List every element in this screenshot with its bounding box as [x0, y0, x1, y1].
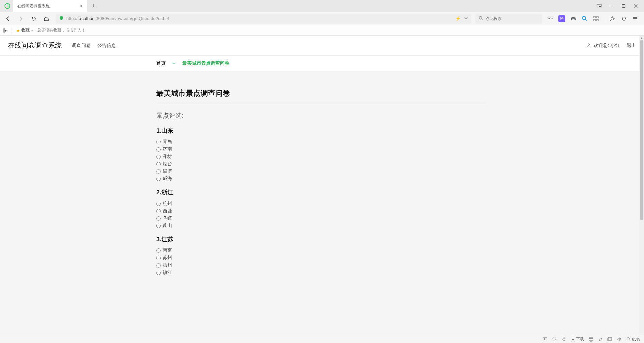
- refresh-button[interactable]: [28, 13, 39, 24]
- radio-input[interactable]: [156, 169, 161, 174]
- svg-rect-11: [594, 16, 595, 18]
- radio-input[interactable]: [156, 256, 161, 260]
- url-box[interactable]: http://localhost:8080/survey/com/getQues…: [56, 14, 471, 24]
- scissors-icon[interactable]: ✂: [547, 15, 554, 22]
- bookmark-hint[interactable]: 您还没有收藏，点击导入！: [37, 27, 86, 33]
- radio-input[interactable]: [156, 177, 161, 181]
- option-label: 苏州: [163, 255, 172, 261]
- menu-icon[interactable]: [632, 15, 639, 22]
- svg-point-9: [582, 16, 586, 20]
- scroll-thumb[interactable]: [640, 40, 643, 220]
- home-button[interactable]: [41, 13, 52, 24]
- option[interactable]: 西塘: [156, 207, 488, 215]
- gamepad-icon[interactable]: 🎮: [570, 15, 577, 22]
- radio-input[interactable]: [156, 271, 161, 275]
- option[interactable]: 威海: [156, 175, 488, 182]
- option-label: 烟台: [163, 161, 172, 167]
- option[interactable]: 苏州: [156, 254, 488, 262]
- content-area: 最美城市景点调查问卷 景点评选: 1.山东青岛济南潍坊烟台淄博威海2.浙江杭州西…: [0, 71, 644, 335]
- option-label: 南京: [163, 247, 172, 253]
- option-label: 扬州: [163, 262, 172, 268]
- close-window-icon[interactable]: [633, 3, 639, 9]
- maximize-icon[interactable]: [621, 3, 627, 9]
- option[interactable]: 烟台: [156, 160, 488, 168]
- nav-links: 调查问卷 公告信息: [72, 43, 116, 49]
- address-bar: http://localhost:8080/survey/com/getQues…: [0, 12, 644, 25]
- question-title: 1.山东: [156, 127, 488, 135]
- svg-rect-12: [597, 16, 598, 18]
- search-input[interactable]: [486, 16, 539, 21]
- radio-input[interactable]: [156, 263, 161, 268]
- magnifier-icon[interactable]: [581, 15, 588, 22]
- radio-input[interactable]: [156, 162, 161, 166]
- option[interactable]: 镇江: [156, 269, 488, 276]
- option-label: 济南: [163, 146, 172, 152]
- radio-input[interactable]: [156, 202, 161, 206]
- url-path: :8080/survey/com/getQues.do?uid=4: [96, 16, 169, 21]
- svg-rect-13: [594, 19, 595, 21]
- option-label: 青岛: [163, 139, 172, 145]
- scroll-up-icon[interactable]: ▲: [639, 36, 644, 40]
- search-box[interactable]: [475, 14, 542, 24]
- translate-icon[interactable]: 译: [558, 15, 565, 22]
- nav-forward-button[interactable]: [15, 13, 26, 24]
- user-icon: [586, 43, 592, 48]
- option[interactable]: 济南: [156, 146, 488, 153]
- theme-icon[interactable]: [609, 15, 616, 22]
- radio-input[interactable]: [156, 248, 161, 253]
- option-label: 乌镇: [163, 215, 172, 221]
- breadcrumb-home[interactable]: 首页: [156, 60, 166, 66]
- option[interactable]: 乌镇: [156, 215, 488, 222]
- welcome-text: 欢迎您: 小红: [586, 43, 620, 49]
- option[interactable]: 杭州: [156, 200, 488, 207]
- url-text: http://localhost:8080/survey/com/getQues…: [66, 16, 452, 21]
- sidebar-toggle-icon[interactable]: [3, 28, 7, 33]
- site-header: 在线问卷调查系统 调查问卷 公告信息 欢迎您: 小红 退出: [0, 36, 644, 56]
- svg-point-28: [588, 44, 590, 45]
- new-tab-button[interactable]: +: [87, 0, 99, 12]
- radio-input[interactable]: [156, 140, 161, 144]
- option[interactable]: 淄博: [156, 168, 488, 175]
- breadcrumb: 首页 → 最美城市景点调查问卷: [156, 60, 488, 66]
- window-controls: [596, 3, 643, 9]
- option[interactable]: 萧山: [156, 222, 488, 229]
- radio-input[interactable]: [156, 155, 161, 159]
- option-label: 杭州: [163, 201, 172, 207]
- nav-link-notice[interactable]: 公告信息: [97, 43, 116, 49]
- undo-icon[interactable]: [621, 15, 627, 22]
- question: 2.浙江杭州西塘乌镇萧山: [156, 188, 488, 229]
- option[interactable]: 扬州: [156, 262, 488, 269]
- svg-line-21: [614, 20, 615, 21]
- minimize-icon[interactable]: [608, 3, 614, 9]
- option-label: 西塘: [163, 208, 172, 214]
- nav-back-button[interactable]: [3, 13, 13, 24]
- breadcrumb-current: 最美城市景点调查问卷: [182, 60, 229, 66]
- nav-link-survey[interactable]: 调查问卷: [72, 43, 91, 49]
- url-host: localhost: [78, 16, 96, 21]
- radio-input[interactable]: [156, 209, 161, 213]
- url-scheme: http://: [66, 16, 78, 21]
- survey: 最美城市景点调查问卷 景点评选: 1.山东青岛济南潍坊烟台淄博威海2.浙江杭州西…: [156, 88, 488, 276]
- user-area: 欢迎您: 小红 退出: [586, 43, 636, 49]
- browser-tab[interactable]: 在线问卷调查系统 ×: [13, 0, 87, 12]
- radio-input[interactable]: [156, 147, 161, 152]
- pip-icon[interactable]: [596, 3, 602, 9]
- radio-input[interactable]: [156, 216, 161, 221]
- option-label: 淄博: [163, 168, 172, 174]
- apps-icon[interactable]: [593, 15, 599, 22]
- flash-icon[interactable]: ⚡: [455, 16, 461, 21]
- option[interactable]: 青岛: [156, 138, 488, 146]
- close-tab-icon[interactable]: ×: [78, 4, 83, 8]
- logout-button[interactable]: 退出: [627, 43, 636, 49]
- chevron-down-icon[interactable]: [464, 16, 468, 21]
- question-title: 2.浙江: [156, 188, 488, 196]
- radio-input[interactable]: [156, 224, 161, 228]
- titlebar: 在线问卷调查系统 × +: [0, 0, 644, 12]
- option[interactable]: 潍坊: [156, 153, 488, 160]
- option[interactable]: 南京: [156, 247, 488, 254]
- option-label: 镇江: [163, 270, 172, 276]
- breadcrumb-wrap: 首页 → 最美城市景点调查问卷: [0, 56, 644, 71]
- option-label: 威海: [163, 176, 172, 182]
- favorites-button[interactable]: ★ 收藏: [16, 27, 33, 33]
- page-scrollbar[interactable]: ▲: [639, 36, 644, 335]
